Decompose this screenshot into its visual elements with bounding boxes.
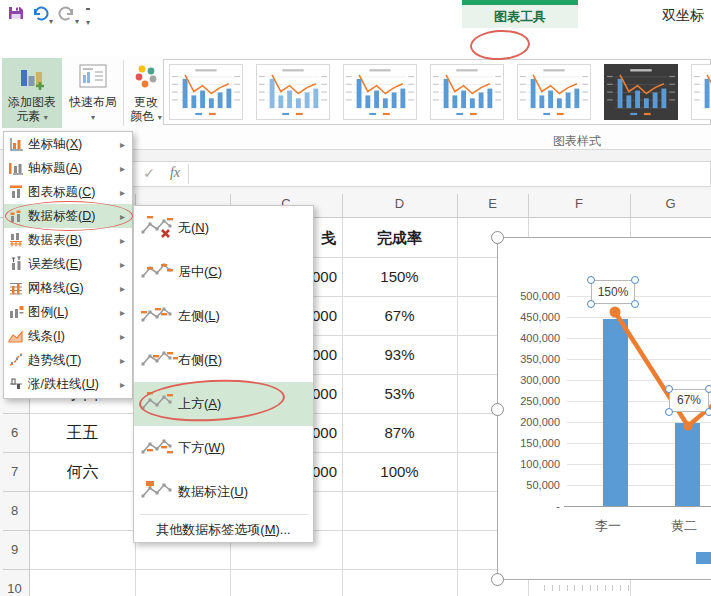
cell-d-value[interactable]: 150%	[342, 257, 457, 296]
cell-d-value[interactable]: 67%	[342, 296, 457, 335]
cell-d1-header[interactable]: 完成率	[342, 218, 457, 257]
row-header-6[interactable]: 6	[0, 413, 29, 452]
axis-tick-fragment	[559, 585, 560, 591]
menu-item-线条(I)[interactable]: 线条(I)▸	[4, 324, 132, 348]
submenu-item-数据标注(U)[interactable]: 数据标注(U)	[134, 470, 313, 514]
bar-series-2[interactable]	[675, 423, 700, 506]
legend-icon	[4, 303, 28, 321]
label-handle[interactable]	[665, 408, 673, 416]
save-icon[interactable]	[8, 5, 26, 23]
chart-style-thumbnail[interactable]	[517, 64, 591, 120]
vertical-gridline	[457, 218, 458, 596]
label-handle[interactable]	[631, 300, 639, 308]
submenu-item-more-options[interactable]: 其他数据标签选项(M)...	[134, 515, 313, 545]
formula-input[interactable]	[192, 165, 708, 183]
menu-item-label: 线条(I)	[28, 328, 120, 345]
quick-layout-button[interactable]: 快速布局 ▾	[64, 58, 122, 128]
chart-handle-bottom-left[interactable]	[491, 573, 504, 586]
y-axis-label: 50,000	[498, 478, 560, 492]
menu-item-网格线(G)[interactable]: 网格线(G)▸	[4, 276, 132, 300]
y-axis-label: 150,000	[498, 436, 560, 450]
column-header-E[interactable]: E	[457, 190, 528, 218]
axis-tick-fragment	[597, 585, 598, 591]
callout-icon	[134, 480, 178, 504]
submenu-item-无(N)[interactable]: 无(N)	[134, 206, 313, 250]
axes-icon	[4, 135, 28, 153]
axis-tick-fragment	[574, 585, 575, 591]
enter-icon[interactable]: ✓	[138, 165, 160, 181]
chart-style-thumbnail[interactable]	[169, 64, 243, 120]
axis-tick-fragment	[552, 585, 553, 591]
menu-item-轴标题(A)[interactable]: 轴标题(A)▸	[4, 156, 132, 180]
menu-item-误差线(E)[interactable]: 误差线(E)▸	[4, 252, 132, 276]
chart-style-thumbnail[interactable]	[256, 64, 330, 120]
excel-window: ▾ ▾ ▾ 图表工具 双坐标 文件 开始 插入 页面布局 公式 数据 审阅 视图…	[0, 0, 711, 596]
row-header-8[interactable]: 8	[0, 491, 29, 530]
add-chart-element-menu: 坐标轴(X)▸轴标题(A)▸图表标题(C)▸数据标签(D)▸数据表(B)▸误差线…	[3, 131, 133, 399]
label-handle[interactable]	[631, 276, 639, 284]
label-handle[interactable]	[665, 385, 673, 393]
column-header-G[interactable]: G	[630, 190, 711, 218]
undo-icon[interactable]	[32, 5, 50, 23]
cell-d-value[interactable]: 87%	[342, 413, 457, 452]
submenu-item-label: 居中(C)	[178, 263, 222, 281]
menu-item-涨/跌柱线(U)[interactable]: 涨/跌柱线(U)▸	[4, 372, 132, 396]
menu-item-label: 轴标题(A)	[28, 160, 120, 177]
label-handle[interactable]	[705, 385, 711, 393]
submenu-item-居中(C)[interactable]: 居中(C)	[134, 250, 313, 294]
chart-styles-group-label: 图表样式	[517, 133, 637, 150]
menu-item-坐标轴(X)[interactable]: 坐标轴(X)▸	[4, 132, 132, 156]
none-icon	[134, 216, 178, 240]
cell-a6[interactable]: 王五	[30, 413, 135, 452]
column-header-F[interactable]: F	[528, 190, 630, 218]
chart-handle-top-left[interactable]	[491, 231, 504, 244]
chart-object[interactable]: 500,000450,000400,000350,000300,000250,0…	[497, 237, 711, 580]
title-bar: ▾ ▾ ▾ 图表工具 双坐标	[0, 0, 711, 28]
menu-item-label: 坐标轴(X)	[28, 136, 120, 153]
bar-series-1[interactable]	[603, 319, 628, 506]
chart-style-thumbnail[interactable]	[343, 64, 417, 120]
data-label-150[interactable]: 150%	[591, 280, 635, 304]
add-chart-element-button[interactable]: 添加图表 元素 ▾	[2, 58, 62, 128]
qat-customize-icon[interactable]: ▾	[86, 8, 90, 29]
menu-item-趋势线(T)[interactable]: 趋势线(T)▸	[4, 348, 132, 372]
chart-style-thumbnail[interactable]	[691, 64, 711, 120]
quick-layout-icon	[64, 58, 122, 95]
undo-dropdown-icon[interactable]: ▾	[49, 10, 53, 28]
change-colors-icon	[125, 58, 167, 95]
legend-marker-fragment[interactable]	[696, 552, 711, 564]
dropdown-caret-icon: ▾	[44, 113, 48, 122]
cell-a7[interactable]: 何六	[30, 452, 135, 491]
menu-item-label: 涨/跌柱线(U)	[28, 376, 120, 393]
menu-item-图例(L)[interactable]: 图例(L)▸	[4, 300, 132, 324]
row-header-7[interactable]: 7	[0, 452, 29, 491]
chart-style-thumbnail[interactable]	[604, 64, 678, 120]
y-axis-label: 500,000	[498, 289, 560, 303]
column-header-D[interactable]: D	[342, 190, 457, 218]
y-axis-label: 300,000	[498, 373, 560, 387]
label-handle[interactable]	[587, 300, 595, 308]
change-colors-button[interactable]: 更改 颜色 ▾	[125, 58, 167, 128]
submenu-arrow-icon: ▸	[120, 283, 132, 294]
chart-style-thumbnail[interactable]	[430, 64, 504, 120]
updown-bars-icon	[4, 375, 28, 393]
formula-bar-box: ✕ ✓ fx	[105, 161, 711, 187]
cell-d-value[interactable]: 53%	[342, 374, 457, 413]
fx-icon[interactable]: fx	[164, 165, 186, 181]
label-handle[interactable]	[587, 276, 595, 284]
menu-item-数据表(B)[interactable]: 数据表(B)▸	[4, 228, 132, 252]
submenu-item-右侧(R)[interactable]: 右侧(R)	[134, 338, 313, 382]
cell-d-value[interactable]: 93%	[342, 335, 457, 374]
submenu-arrow-icon: ▸	[120, 259, 132, 270]
redo-dropdown-icon[interactable]: ▾	[75, 10, 79, 28]
chart-title-icon	[4, 183, 28, 201]
x-axis-line	[564, 506, 711, 507]
label-handle[interactable]	[705, 408, 711, 416]
cell-d-value[interactable]: 100%	[342, 452, 457, 491]
row-header-10[interactable]: 10	[0, 569, 29, 596]
data-label-67[interactable]: 67%	[669, 389, 709, 412]
submenu-item-左侧(L)[interactable]: 左侧(L)	[134, 294, 313, 338]
redo-icon[interactable]	[58, 5, 76, 23]
row-header-9[interactable]: 9	[0, 530, 29, 569]
submenu-item-下方(W)[interactable]: 下方(W)	[134, 426, 313, 470]
